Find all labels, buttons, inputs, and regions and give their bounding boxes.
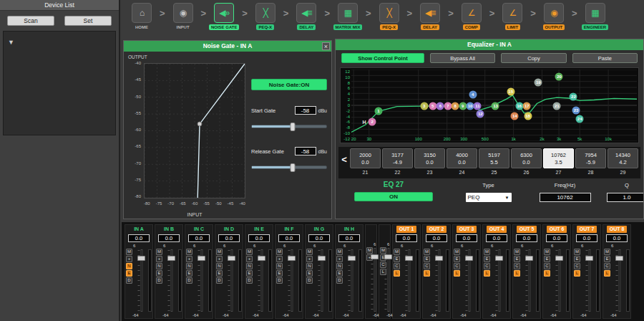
channel-fader[interactable]: 6-64 <box>401 244 415 317</box>
band-cell[interactable]: 51975.5 <box>479 148 509 168</box>
channel-fader[interactable]: 6-64 <box>374 242 376 317</box>
channel-gain-value[interactable]: 0.0 <box>486 234 507 242</box>
start-gate-value[interactable]: -58 <box>295 106 316 115</box>
toolbar-item-limit[interactable]: ∠LIMIT <box>495 3 530 30</box>
channel-button-eq[interactable]: E <box>544 256 550 262</box>
show-control-point-button[interactable]: Show Control Point <box>341 53 424 63</box>
channel-button-eq[interactable]: E <box>394 256 400 262</box>
fader-handle[interactable] <box>495 256 503 261</box>
toolbar-item-home[interactable]: ⌂HOME <box>125 3 159 30</box>
channel-fader[interactable]: 6-64 <box>313 244 328 317</box>
channel-gain-value[interactable]: 0.0 <box>248 234 270 242</box>
band-cell[interactable]: 40000.0 <box>447 148 477 168</box>
channel-button-limit[interactable]: L <box>514 270 520 277</box>
channel-fader[interactable]: 6-64 <box>461 244 475 317</box>
fader-handle[interactable] <box>137 256 145 261</box>
channel-button-phase[interactable]: + <box>246 256 253 262</box>
channel-fader[interactable]: 6-64 <box>387 242 389 317</box>
channel-button-eq[interactable]: E <box>574 256 580 262</box>
eq-point-2[interactable]: 2 <box>369 118 376 126</box>
channel-button-gate[interactable]: N <box>156 263 162 269</box>
channel-button-mute[interactable]: M <box>424 249 430 255</box>
q-value[interactable]: 1.0 <box>607 193 644 202</box>
channel-button-delay[interactable]: D <box>186 277 192 284</box>
channel-button-eq[interactable]: E <box>484 256 490 262</box>
freq-value[interactable]: 10762 <box>540 193 591 202</box>
channel-button-gate[interactable]: N <box>216 263 223 269</box>
channel-fader[interactable]: 6-64 <box>133 244 147 317</box>
channel-button-eq[interactable]: E <box>336 270 343 277</box>
type-dropdown[interactable]: PEQ ▼ <box>466 193 512 202</box>
channel-gain-value[interactable]: 0.0 <box>218 234 240 242</box>
channel-button-delay[interactable]: D <box>216 277 223 284</box>
tree-expand-icon[interactable]: ▼ <box>8 39 14 46</box>
channel-button-gate[interactable]: N <box>336 263 343 269</box>
channel-button-mute[interactable]: M <box>604 249 610 255</box>
channel-button-limit[interactable]: L <box>454 270 460 277</box>
channel-fader[interactable]: 6-64 <box>581 244 595 317</box>
toolbar-item-peq-x[interactable]: ╳PEQ-X <box>248 3 283 30</box>
eq-point-20[interactable]: 20 <box>555 73 563 81</box>
channel-button-gate[interactable]: N <box>306 263 313 269</box>
channel-button-mute[interactable]: M <box>454 249 460 255</box>
channel-button-gate[interactable]: N <box>186 263 192 269</box>
fader-handle[interactable] <box>525 256 533 261</box>
channel-gain-value[interactable]: 0.0 <box>516 234 537 242</box>
channel-button-phase[interactable]: + <box>276 256 283 262</box>
eq-point-3[interactable]: 3 <box>420 102 428 110</box>
slider-knob[interactable] <box>291 163 296 172</box>
channel-fader[interactable]: 6-64 <box>193 244 208 317</box>
channel-fader[interactable]: 6-64 <box>283 244 298 317</box>
release-gate-value[interactable]: -58 <box>295 147 316 155</box>
fader-handle[interactable] <box>465 256 473 261</box>
channel-button-eq[interactable]: E <box>246 270 253 277</box>
eq-point-19[interactable]: 19 <box>535 79 542 87</box>
close-icon[interactable]: × <box>322 42 330 50</box>
eq-point-23[interactable]: 23 <box>572 106 580 114</box>
eq-point-24[interactable]: 24 <box>576 115 584 123</box>
eq-point-16[interactable]: 16 <box>515 102 523 110</box>
channel-button-mute[interactable]: M <box>216 249 223 255</box>
channel-fader[interactable]: 6-64 <box>551 244 565 317</box>
channel-button-phase[interactable]: + <box>126 256 132 262</box>
channel-button-mute[interactable]: M <box>394 249 400 255</box>
band-on-button[interactable]: ON <box>354 192 433 201</box>
fader-handle[interactable] <box>197 256 205 261</box>
channel-gain-value[interactable]: 0.0 <box>456 234 477 242</box>
eq-point-21[interactable]: 21 <box>553 102 561 110</box>
channel-button-phase[interactable]: + <box>156 256 162 262</box>
channel-button-comp[interactable]: C <box>604 263 610 269</box>
fader-handle[interactable] <box>228 256 235 261</box>
channel-button-gate[interactable]: N <box>276 263 283 269</box>
channel-gain-value[interactable]: 0.0 <box>396 234 417 242</box>
start-gate-slider[interactable] <box>251 125 327 128</box>
eq-point-5[interactable]: 5 <box>429 102 436 110</box>
channel-button-mute[interactable]: M <box>276 249 283 255</box>
channel-button-mute[interactable]: M <box>336 249 343 255</box>
eq-point-1[interactable]: 1 <box>374 107 382 115</box>
channel-button-eq[interactable]: E <box>514 256 520 262</box>
channel-gain-value[interactable]: 0.0 <box>128 234 150 242</box>
channel-button-eq[interactable]: E <box>186 270 192 277</box>
channel-button-comp[interactable]: C <box>394 263 400 269</box>
fader-handle[interactable] <box>318 256 326 261</box>
eq-point-9[interactable]: 9 <box>459 102 467 110</box>
toolbar-item-matrix-mix[interactable]: ▦MATRIX MIX <box>331 3 365 30</box>
channel-fader[interactable]: 6-64 <box>163 244 177 317</box>
fader-handle[interactable] <box>371 254 379 259</box>
channel-button-mute[interactable]: M <box>574 249 580 255</box>
fader-handle[interactable] <box>555 256 563 261</box>
channel-fader[interactable]: 6-64 <box>611 244 625 317</box>
fader-handle[interactable] <box>585 256 593 261</box>
channel-fader[interactable]: 6-64 <box>253 244 268 317</box>
channel-gain-value[interactable]: 0.0 <box>308 234 330 242</box>
channel-button-delay[interactable]: D <box>276 277 283 284</box>
channel-button-delay[interactable]: D <box>336 277 343 284</box>
eq-point-7[interactable]: 7 <box>444 102 452 110</box>
channel-gain-value[interactable]: 0.0 <box>158 234 180 242</box>
channel-button-limit[interactable]: L <box>394 270 400 277</box>
channel-button-mute[interactable]: M <box>246 249 253 255</box>
channel-button-eq[interactable]: E <box>454 256 460 262</box>
fader-handle[interactable] <box>258 256 265 261</box>
channel-button-comp[interactable]: C <box>454 263 460 269</box>
